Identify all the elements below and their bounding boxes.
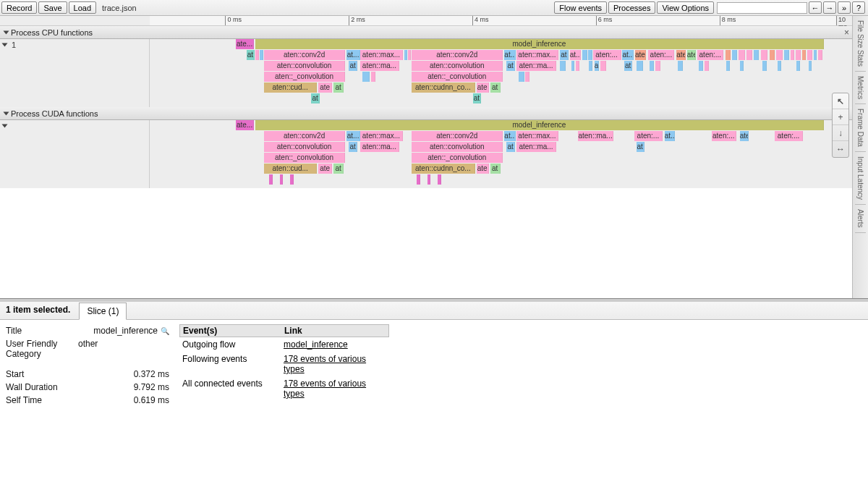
trace-slice[interactable]: at	[490, 83, 501, 93]
trace-slice[interactable]: aten::convolution	[412, 142, 503, 152]
trace-slice[interactable]: aten::max...	[516, 50, 558, 60]
search-input[interactable]	[717, 2, 807, 14]
resize-icon[interactable]: ↔	[833, 141, 848, 157]
tab-slice[interactable]: Slice (1)	[79, 303, 127, 320]
trace-slice[interactable]: ate	[676, 50, 686, 60]
load-button[interactable]: Load	[69, 1, 96, 14]
pan-down-icon[interactable]: ↓	[833, 125, 848, 141]
tab-file-size-stats[interactable]: File Size Stats	[855, 16, 866, 72]
trace-slice[interactable]: aten::cudnn_co...	[412, 164, 475, 174]
trace-slice[interactable]: ate...	[236, 39, 253, 49]
trace-slice[interactable]: aten::conv2d	[412, 131, 503, 141]
trace-slice[interactable]	[732, 50, 737, 60]
trace-slice[interactable]	[776, 50, 783, 60]
trace-slice[interactable]: aten:...	[712, 131, 736, 141]
trace-slice[interactable]	[746, 50, 752, 60]
trace-slice[interactable]	[588, 50, 592, 60]
trace-slice[interactable]: ate	[635, 50, 646, 60]
trace-slice[interactable]: model_inference	[255, 39, 825, 49]
trace-slice[interactable]	[784, 50, 789, 60]
view-options-button[interactable]: View Options	[657, 1, 714, 14]
trace-slice[interactable]: aten::ma...	[516, 142, 556, 152]
close-icon[interactable]: ×	[844, 28, 849, 38]
trace-slice[interactable]	[408, 50, 411, 60]
trace-slice[interactable]	[791, 50, 795, 60]
trace-slice[interactable]: ate	[477, 164, 489, 174]
trace-slice[interactable]	[796, 50, 801, 60]
trace-slice[interactable]: aten::cud...	[264, 83, 317, 93]
disclosure-icon[interactable]	[4, 111, 9, 115]
details-resize-handle[interactable]	[0, 299, 868, 302]
trace-slice[interactable]	[655, 61, 660, 71]
trace-slice[interactable]	[576, 61, 579, 71]
trace-slice[interactable]	[814, 50, 817, 60]
trace-slice[interactable]	[417, 174, 420, 185]
trace-slice[interactable]: at	[506, 142, 515, 152]
trace-slice[interactable]: at	[333, 164, 344, 174]
trace-slice[interactable]	[571, 61, 575, 71]
trace-slice[interactable]: aten::max...	[360, 131, 402, 141]
trace-slice[interactable]	[705, 61, 709, 71]
trace-slice[interactable]	[754, 50, 759, 60]
trace-slice[interactable]: at...	[665, 131, 676, 141]
pointer-tool-icon[interactable]: ↖	[833, 93, 848, 109]
trace-slice[interactable]: model_inference	[255, 120, 825, 130]
trace-slice[interactable]: aten::ma...	[360, 61, 399, 71]
trace-slice[interactable]	[371, 72, 375, 82]
trace-slice[interactable]	[726, 61, 730, 71]
trace-slice[interactable]: at...	[622, 50, 634, 60]
trace-slice[interactable]: at	[349, 142, 358, 152]
trace-slice[interactable]: aten::conv2d	[264, 50, 345, 60]
trace-slice[interactable]	[770, 50, 775, 60]
trace-slice[interactable]: aten::_convolution	[264, 72, 345, 82]
tab-frame-data[interactable]: Frame Data	[855, 104, 866, 152]
trace-slice[interactable]	[290, 174, 294, 185]
flow-events-button[interactable]: Flow events	[554, 1, 607, 14]
trace-slice[interactable]: ate	[687, 50, 697, 60]
zoom-in-icon[interactable]: +	[833, 109, 848, 125]
event-link[interactable]: model_inference	[284, 339, 348, 350]
trace-slice[interactable]	[739, 50, 746, 60]
trace-slice[interactable]: at	[637, 142, 644, 152]
trace-slice[interactable]	[255, 50, 260, 60]
trace-slice[interactable]: aten:...	[593, 50, 621, 60]
process-header-cuda[interactable]: Process CUDA functions ×	[0, 107, 852, 120]
process-header-cpu[interactable]: Process CPU functions ×	[0, 26, 852, 39]
trace-slice[interactable]: at	[473, 93, 482, 103]
trace-slice[interactable]: aten::ma...	[578, 131, 613, 141]
search-icon[interactable]	[158, 326, 169, 336]
trace-slice[interactable]	[362, 72, 370, 82]
trace-slice[interactable]: at...	[570, 50, 582, 60]
trace-slice[interactable]: at	[624, 61, 632, 71]
trace-slice[interactable]: aten::max...	[360, 50, 402, 60]
trace-slice[interactable]	[807, 50, 812, 60]
flame-area-cpu[interactable]: ate...model_inferenceataten::conv2dat...…	[150, 39, 852, 107]
trace-slice[interactable]: aten::convolution	[264, 61, 345, 71]
trace-slice[interactable]	[726, 50, 731, 60]
disclosure-icon[interactable]	[4, 30, 9, 34]
trace-slice[interactable]: aten::_convolution	[264, 153, 345, 163]
trace-slice[interactable]: at	[311, 93, 320, 103]
trace-slice[interactable]: aten::ma...	[360, 142, 399, 152]
trace-slice[interactable]	[796, 61, 800, 71]
trace-slice[interactable]: aten:...	[775, 131, 803, 141]
trace-slice[interactable]: aten:...	[697, 50, 723, 60]
trace-slice[interactable]	[778, 61, 781, 71]
trace-slice[interactable]: aten:...	[634, 131, 663, 141]
trace-slice[interactable]	[809, 61, 812, 71]
time-ruler[interactable]: 0 ms2 ms4 ms6 ms8 ms10 ms	[150, 16, 836, 26]
trace-slice[interactable]: at...	[346, 50, 360, 60]
trace-slice[interactable]: at...	[504, 131, 516, 141]
save-button[interactable]: Save	[38, 1, 67, 14]
trace-slice[interactable]: aten::ma...	[516, 61, 556, 71]
disclosure-icon[interactable]	[2, 43, 8, 47]
trace-slice[interactable]	[589, 61, 592, 71]
trace-slice[interactable]	[637, 61, 643, 71]
trace-slice[interactable]: ate	[477, 83, 489, 93]
trace-slice[interactable]: aten::_convolution	[412, 153, 503, 163]
trace-slice[interactable]: at	[595, 61, 600, 71]
trace-slice[interactable]	[427, 174, 431, 185]
trace-slice[interactable]	[560, 61, 566, 71]
trace-slice[interactable]	[280, 174, 284, 185]
trace-slice[interactable]: at	[349, 61, 358, 71]
